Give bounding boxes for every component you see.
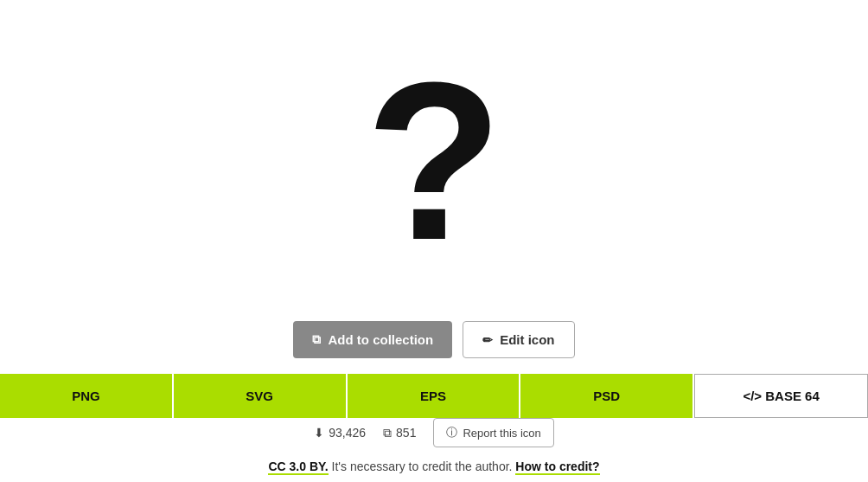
downloads-stat: ⬇ 93,426 <box>314 426 366 440</box>
download-base64-button[interactable]: </> BASE 64 <box>694 374 868 418</box>
report-icon-label: Report this icon <box>463 427 540 440</box>
pencil-icon: ✏ <box>482 333 493 347</box>
add-to-collection-label: Add to collection <box>328 332 433 347</box>
license-link[interactable]: CC 3.0 BY. <box>268 460 328 475</box>
downloads-count: 93,426 <box>329 426 366 440</box>
action-buttons-row: ⧉ Add to collection ✏ Edit icon <box>293 321 574 358</box>
stats-row: ⬇ 93,426 ⧉ 851 ⓘ Report this icon <box>314 418 554 447</box>
collection-icon: ⧉ <box>312 332 321 347</box>
download-eps-button[interactable]: EPS <box>348 374 521 418</box>
license-middle-text: It's necessary to credit the author. <box>329 460 516 473</box>
collections-icon: ⧉ <box>383 426 392 440</box>
how-to-credit-link[interactable]: How to credit? <box>515 460 599 475</box>
download-svg-button[interactable]: SVG <box>174 374 348 418</box>
collections-count: 851 <box>396 426 416 440</box>
collections-stat: ⧉ 851 <box>383 426 416 440</box>
license-row: CC 3.0 BY. It's necessary to credit the … <box>268 460 599 473</box>
add-to-collection-button[interactable]: ⧉ Add to collection <box>293 321 452 358</box>
download-png-button[interactable]: PNG <box>0 374 174 418</box>
downloads-icon: ⬇ <box>314 426 324 440</box>
report-icon-button[interactable]: ⓘ Report this icon <box>433 418 553 447</box>
edit-icon-button[interactable]: ✏ Edit icon <box>463 321 574 358</box>
question-mark-icon: ? <box>366 48 503 273</box>
download-psd-button[interactable]: PSD <box>520 374 694 418</box>
report-info-icon: ⓘ <box>446 425 457 440</box>
download-buttons-row: PNG SVG EPS PSD </> BASE 64 <box>0 374 868 418</box>
icon-display: ? <box>0 0 868 321</box>
edit-icon-label: Edit icon <box>500 332 554 347</box>
